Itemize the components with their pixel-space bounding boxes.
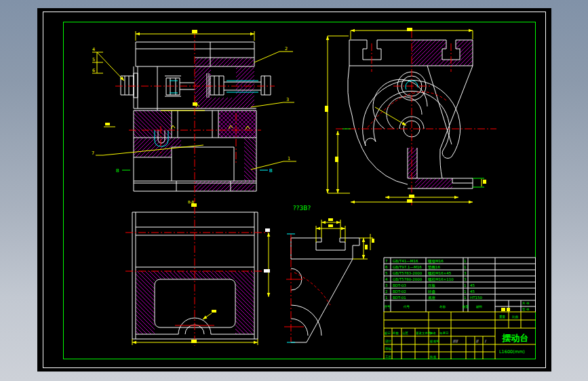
svg-text:代号: 代号 [403,305,410,308]
svg-text:1: 1 [464,265,467,269]
balloon-2: 2 [285,46,288,52]
svg-text:////: //// [453,339,458,343]
svg-text:1: 1 [464,259,467,263]
side-view [325,28,496,207]
svg-text:垫圈16: 垫圈16 [428,265,440,270]
center-note: ??3B? [293,205,311,212]
svg-text:3: 3 [385,283,388,287]
section-marker-left: B [116,168,119,174]
svg-text:螺栓M16×45: 螺栓M16×45 [428,271,452,276]
section-caption: B-B [188,200,195,204]
svg-text:GB/T97.1—M16: GB/T97.1—M16 [393,265,422,269]
plan-view [125,203,270,346]
drawing-number: L1600(mm) [499,349,525,355]
balloon-4: 4 [92,47,95,52]
svg-text:/: / [485,339,486,343]
svg-text:转盘: 转盘 [428,289,436,294]
svg-text:3: 3 [464,277,467,281]
svg-text:标准化: 标准化 [429,339,439,344]
section-marker-right: B [269,168,273,174]
balloon-3: 3 [286,97,289,102]
svg-text:3: 3 [464,271,467,275]
cad-drawing: ??3B? 2 3 1 4 5 6 7 B B B-B 7GB/T41—M16螺… [0,0,588,381]
svg-text:HT150: HT150 [470,296,482,300]
balloon-6: 6 [92,68,95,73]
svg-text:1: 1 [385,296,388,300]
svg-text:1: 1 [464,283,467,287]
svg-text:处数: 处数 [393,331,399,335]
svg-text:序号: 序号 [385,305,391,308]
svg-text:压板: 压板 [428,283,436,287]
svg-text:签名: 签名 [430,332,436,335]
svg-text:5: 5 [385,271,388,275]
svg-text:比例: 比例 [512,315,519,319]
svg-text:年月日: 年月日 [439,332,449,335]
svg-text:审核: 审核 [385,347,392,350]
svg-text:分区: 分区 [402,331,409,335]
svg-text:1: 1 [464,289,467,294]
svg-text:数量: 数量 [463,305,469,308]
svg-text:GB/T5783-2000: GB/T5783-2000 [393,271,423,275]
svg-text:更改文件号: 更改文件号 [416,331,431,335]
svg-text:共 张: 共 张 [522,302,530,305]
svg-text:底座: 底座 [428,296,436,300]
svg-text:设计: 设计 [385,339,392,343]
svg-text:6: 6 [385,265,388,269]
balloon-7: 7 [92,151,94,156]
svg-text:BDT-02: BDT-02 [393,289,406,294]
svg-text:BDT-03: BDT-03 [393,283,406,287]
svg-text:标记: 标记 [384,331,391,336]
svg-text:工艺: 工艺 [385,355,392,359]
svg-text:螺栓M16×110: 螺栓M16×110 [428,277,454,282]
svg-text:第 张: 第 张 [522,308,530,311]
balloon-1: 1 [288,156,290,161]
svg-text:45: 45 [470,289,475,294]
svg-text:GB/T5780-2000: GB/T5780-2000 [393,277,423,281]
front-section-view [92,30,296,202]
svg-text:螺母M16: 螺母M16 [428,259,444,263]
svg-text:批准: 批准 [429,355,437,359]
drawing-title: 摆动台 [502,333,529,343]
svg-text:45: 45 [470,283,475,287]
svg-text:GB/T41—M16: GB/T41—M16 [393,259,418,263]
svg-text:2: 2 [385,289,388,294]
balloon-5: 5 [92,57,95,62]
svg-text:7: 7 [385,259,388,263]
svg-text:4: 4 [385,277,388,281]
bom-table: 7GB/T41—M16螺母M161 6GB/T97.1—M16垫圈161 5GB… [384,258,536,312]
detail-section-view [284,218,374,342]
stage-mark-slashes: //// // / [453,339,486,343]
svg-text:BDT-01: BDT-01 [393,296,406,300]
svg-text:1: 1 [464,296,467,300]
svg-text:名称: 名称 [439,305,446,308]
svg-text:重量: 重量 [499,315,506,319]
svg-text:材料: 材料 [475,305,483,309]
svg-text://: // [476,339,479,343]
title-block: 标记 处数 分区 更改文件号 签名 年月日 设计 标准化 审核 工艺 批准 重量… [384,312,536,359]
